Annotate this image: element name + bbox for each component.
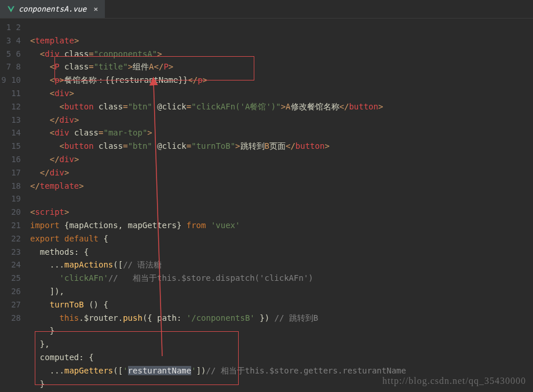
watermark: http://blog.csdn.net/qq_35430000 <box>382 376 526 386</box>
tab-bar: conponentsA.vue × <box>0 0 533 19</box>
vue-icon <box>7 5 15 13</box>
tab-filename: conponentsA.vue <box>19 5 86 13</box>
code-content: <template> <div class="conponentsA"> <P … <box>30 21 533 392</box>
line-gutter: 1 2 3 4 5 6 7 8 9 10 11 12 13 14 15 16 1… <box>0 21 30 392</box>
editor-tab[interactable]: conponentsA.vue × <box>0 0 105 18</box>
close-icon[interactable]: × <box>93 5 98 13</box>
code-editor[interactable]: 1 2 3 4 5 6 7 8 9 10 11 12 13 14 15 16 1… <box>0 19 533 392</box>
